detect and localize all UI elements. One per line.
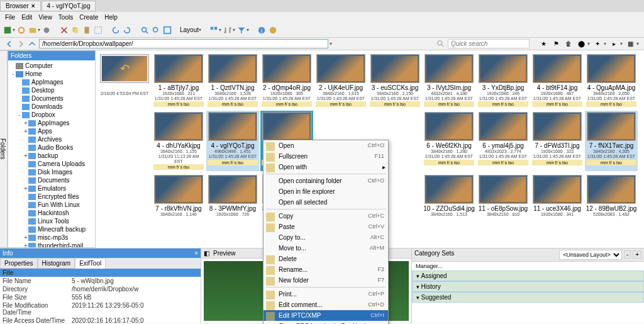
tab-exiftool[interactable]: ExifTool: [75, 258, 106, 269]
thumbnail-item[interactable]: 10 - ZZOuSdi4.jpg3840x2160 . 1,513: [423, 174, 475, 218]
tree-item[interactable]: Camera Uploads: [9, 160, 94, 168]
tree-item[interactable]: Fun With Linux: [9, 201, 94, 209]
tree-item[interactable]: +misc-mp3s: [9, 233, 94, 242]
thumbnail-item[interactable]: 4 - QguApMA.jpg3840x2160 . 2,0501/31/20 …: [585, 53, 638, 108]
tree-item[interactable]: Desktop: [9, 86, 94, 94]
tree-item[interactable]: Computer: [9, 62, 94, 70]
thumbnail-item[interactable]: 7 - fNX1Twc.jpg3840x2160 . 4,3051/31/20 …: [585, 111, 638, 171]
back-icon[interactable]: [5, 40, 14, 48]
tab-properties[interactable]: Properties: [0, 258, 38, 269]
ctx-open-containing-folder[interactable]: Open containing folderCtrl+O: [264, 176, 388, 186]
menu-edit[interactable]: Edit: [19, 13, 35, 21]
tree-item[interactable]: Disk Images: [9, 168, 94, 176]
tag-yellow-icon[interactable]: ⬤: [576, 39, 586, 49]
grid-icon[interactable]: ▦: [625, 39, 635, 49]
copy-icon[interactable]: [70, 25, 80, 35]
tree-item[interactable]: Audio Books: [9, 143, 94, 152]
zoom-out-icon[interactable]: [151, 25, 161, 35]
sidetab-folders[interactable]: Folders: [0, 50, 8, 248]
menu-file[interactable]: File: [3, 13, 18, 21]
search-input[interactable]: [448, 39, 530, 48]
thumbnail-item[interactable]: 2 - UjK4eUF.jpg3840x2160 . 1,6151/31/20 …: [314, 53, 367, 108]
tree-item[interactable]: +Emulators: [9, 184, 94, 193]
tree-item[interactable]: Encrypted files: [9, 193, 94, 201]
ctx-print-[interactable]: Print...Ctrl+P: [264, 289, 388, 299]
refresh-icon[interactable]: [16, 25, 26, 35]
select-all-icon[interactable]: [93, 25, 103, 35]
ctx-open-with[interactable]: Open with▸: [264, 162, 388, 172]
thumbnail-item[interactable]: 12 - 89BwUB2.jpg5208x2083 . 1,482: [585, 174, 638, 218]
paste-icon[interactable]: [82, 25, 92, 35]
tree-item[interactable]: +backup: [9, 152, 94, 160]
category-manager[interactable]: Manager...: [412, 262, 644, 271]
rotate-right-icon[interactable]: [122, 25, 132, 35]
tree-item[interactable]: Hackintosh: [9, 209, 94, 217]
info-icon[interactable]: i: [257, 25, 267, 35]
menu-tools[interactable]: Tools: [56, 13, 75, 21]
tree-item[interactable]: Documents: [9, 94, 94, 103]
accordion-history[interactable]: ▾ History: [412, 281, 644, 292]
tag-star-icon[interactable]: ✦: [592, 39, 602, 49]
ctx-fullscreen[interactable]: FullscreenF11: [264, 151, 388, 162]
thumbnail-item[interactable]: 6 - ymaI4j5.jpg4832x2023 . 2,7741/31/20 …: [477, 111, 530, 171]
ctx-open-in-file-explorer[interactable]: Open in file explorer: [264, 186, 388, 197]
tag-bookmark-icon[interactable]: ▸: [609, 39, 619, 49]
ctx-copy-to-[interactable]: Copy to...Alt+C: [264, 232, 388, 243]
thumbnail-item[interactable]: 3 - YxDtjBp.jpg1920x1080 . 2461/31/20 1:…: [477, 53, 530, 108]
forward-icon[interactable]: [16, 40, 25, 48]
zoom-in-icon[interactable]: [140, 25, 150, 35]
tree-item[interactable]: Downloads: [9, 103, 94, 111]
ctx-open-gps-location-in-geohack-[interactable]: Open GPS location in GeoHack...: [264, 321, 388, 324]
ctx-move-to-[interactable]: Move to...Alt+M: [264, 243, 388, 254]
tree-item[interactable]: Linux Tools: [9, 217, 94, 225]
layout-select[interactable]: <Unsaved Layout>: [559, 250, 622, 260]
help-icon[interactable]: [268, 25, 278, 35]
view-icon[interactable]: [209, 25, 219, 35]
ctx-paste[interactable]: PasteCtrl+V: [264, 221, 388, 232]
thumbnail-item[interactable]: 3 - euSCCKs.jpg3840x2160 . 2,1501/31/20 …: [369, 53, 421, 108]
menu-create[interactable]: Create: [77, 13, 101, 21]
tab-browser[interactable]: Browser×: [0, 1, 41, 11]
ctx-new-folder[interactable]: New folderF7: [264, 275, 388, 286]
thumbnail-item[interactable]: 1 - aBTjIy7.jpg1920x1080 . 2111/31/20 1:…: [152, 53, 205, 108]
rotate-left-icon[interactable]: [111, 25, 121, 35]
tree-item[interactable]: +AppImages: [9, 119, 94, 127]
save-icon[interactable]: [3, 25, 13, 35]
ctx-open[interactable]: OpenCtrl+O: [264, 140, 388, 151]
trash-icon[interactable]: 🗑: [564, 39, 574, 49]
thumbnail-item[interactable]: 6 - We6f2Kh.jpg3840x2160 . 1,2801/31/20 …: [423, 111, 475, 171]
open-icon[interactable]: [28, 25, 38, 35]
fullscreen-icon[interactable]: [162, 25, 172, 35]
thumbnail-item[interactable]: 4 - vgIYQoT.jpg4960x3496 . 1,4511/31/20 …: [206, 111, 259, 171]
thumbnail-item[interactable]: 2 - dQmp4oR.jpg1920x1080 . 3051/31/20 1:…: [260, 53, 313, 108]
thumbnail-item[interactable]: 4 - bt9tF14.jpg1920x1080 . 4871/31/20 1:…: [531, 53, 584, 108]
tree-item[interactable]: -Home: [9, 70, 94, 78]
ctx-open-all-selected[interactable]: Open all selected: [264, 197, 388, 208]
tree-item[interactable]: Documents: [9, 176, 94, 184]
tree-item[interactable]: +thunderbird-mail: [9, 242, 94, 248]
tree-item[interactable]: Minecraft backup: [9, 225, 94, 233]
filter-icon[interactable]: [236, 25, 247, 35]
tab-histogram[interactable]: Histogram: [38, 258, 75, 269]
ctx-rename-[interactable]: Rename...F2: [264, 264, 388, 275]
ctx-delete[interactable]: Delete: [264, 254, 388, 264]
star-icon[interactable]: ★: [538, 39, 548, 49]
thumbnail-item[interactable]: 11 - uce3X46.jpg1920x1080 . 341: [531, 174, 584, 218]
tree-item[interactable]: Archives: [9, 135, 94, 143]
sort-icon[interactable]: [223, 25, 233, 35]
thumbnail-item[interactable]: 1 - QztIVTN.jpg3840x2160 . 1,5281/31/20 …: [206, 53, 259, 108]
thumbnail-item[interactable]: 7 - dFWd3Tl.jpg1920x1080 . 3331/31/20 1:…: [531, 111, 584, 171]
thumbnail-item[interactable]: 4 - dhUYaKkjpg3840x2160 . 1,1551/31/20 1…: [152, 111, 205, 171]
up-icon[interactable]: [28, 40, 36, 48]
ctx-edit-comment-[interactable]: Edit comment...Ctrl+D: [264, 299, 388, 310]
thumbnail-item[interactable]: 7 - r8kVfhVN.jpg3840x2160 . 1,146: [152, 174, 205, 218]
menu-help[interactable]: Help: [102, 13, 120, 21]
ctx-edit-iptc-xmp[interactable]: Edit IPTC/XMPCtrl+I: [264, 310, 388, 321]
minus-button[interactable]: -: [624, 250, 631, 259]
gear-icon[interactable]: [42, 25, 52, 35]
ctx-copy[interactable]: CopyCtrl+C: [264, 211, 388, 221]
thumbnail-item[interactable]: 8 - 3PWMhfY.jpg1920x1080 . 726: [206, 174, 259, 218]
address-dropdown-icon[interactable]: ▾: [330, 41, 332, 47]
tree-item[interactable]: +Apps: [9, 127, 94, 135]
address-input[interactable]: [39, 39, 328, 48]
